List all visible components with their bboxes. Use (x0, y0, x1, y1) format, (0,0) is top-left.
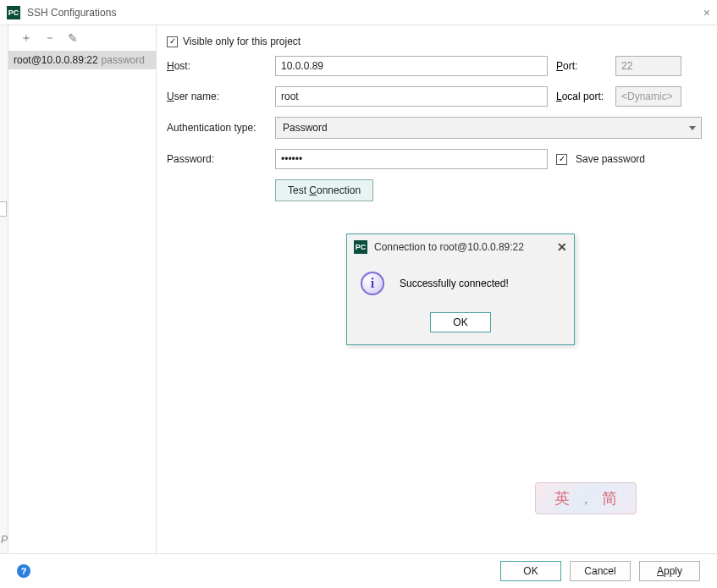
host-label: Host: (167, 60, 267, 72)
apply-button[interactable]: Apply (639, 561, 700, 581)
authtype-select[interactable]: Password (275, 117, 702, 139)
password-label: Password: (167, 153, 267, 165)
connection-result-dialog: PC Connection to root@10.0.0.89:22 ✕ i S… (346, 234, 575, 345)
help-icon[interactable]: ? (17, 564, 30, 578)
config-list-item[interactable]: root@10.0.0.89:22 password (8, 51, 156, 69)
remove-icon[interactable]: － (44, 30, 56, 46)
localport-input[interactable]: <Dynamic> (615, 86, 681, 107)
window-close-icon[interactable]: × (703, 6, 710, 19)
dialog-message: Successfully connected! (400, 278, 509, 289)
save-password-label: Save password (576, 153, 645, 165)
ime-mode: 简 (602, 488, 617, 508)
authtype-value: Password (283, 122, 328, 134)
title-bar: PC SSH Configurations × (0, 0, 717, 25)
info-icon: i (361, 272, 384, 295)
cancel-button[interactable]: Cancel (570, 561, 631, 581)
localport-label: Local port: (556, 91, 607, 102)
visible-only-checkbox[interactable] (167, 36, 178, 47)
edit-icon[interactable]: ✎ (68, 31, 78, 45)
ime-separator: ， (578, 488, 593, 508)
gutter-letter: P (1, 534, 8, 546)
username-input[interactable]: root (275, 86, 548, 107)
password-input[interactable]: •••••• (275, 149, 548, 169)
window-title: SSH Configurations (27, 7, 703, 19)
dialog-app-icon: PC (354, 240, 367, 254)
save-password-checkbox[interactable] (556, 154, 567, 165)
config-item-suffix: password (102, 54, 145, 66)
visible-only-label: Visible only for this project (183, 36, 301, 47)
add-icon[interactable]: ＋ (20, 30, 32, 46)
sidebar-toolbar: ＋ － ✎ (8, 25, 156, 51)
dialog-ok-button[interactable]: OK (430, 312, 491, 332)
port-input[interactable]: 22 (615, 56, 681, 76)
left-gutter: P (0, 25, 8, 553)
ime-lang: 英 (554, 488, 570, 508)
test-connection-button[interactable]: Test Connection (275, 179, 373, 201)
username-label: User name: (167, 91, 267, 102)
config-item-label: root@10.0.0.89:22 (14, 54, 98, 66)
authtype-label: Authentication type: (167, 122, 267, 134)
form-area: Visible only for this project Host: 10.0… (157, 25, 717, 553)
dialog-title: Connection to root@10.0.0.89:22 (374, 241, 557, 253)
test-connection-label: Test Connection (288, 184, 361, 196)
dialog-close-icon[interactable]: ✕ (557, 240, 567, 254)
chevron-down-icon (689, 126, 696, 130)
ime-indicator[interactable]: 英 ， 简 (535, 482, 637, 514)
ok-button[interactable]: OK (500, 561, 561, 581)
app-icon: PC (7, 6, 20, 19)
main-area: P ＋ － ✎ root@10.0.0.89:22 password Visib… (0, 25, 717, 554)
port-label: Port: (556, 60, 607, 72)
host-input[interactable]: 10.0.0.89 (275, 56, 548, 76)
configurations-sidebar: ＋ － ✎ root@10.0.0.89:22 password (8, 25, 157, 553)
dialog-button-bar: ? OK Cancel Apply (0, 554, 717, 588)
gutter-handle[interactable] (0, 201, 7, 217)
